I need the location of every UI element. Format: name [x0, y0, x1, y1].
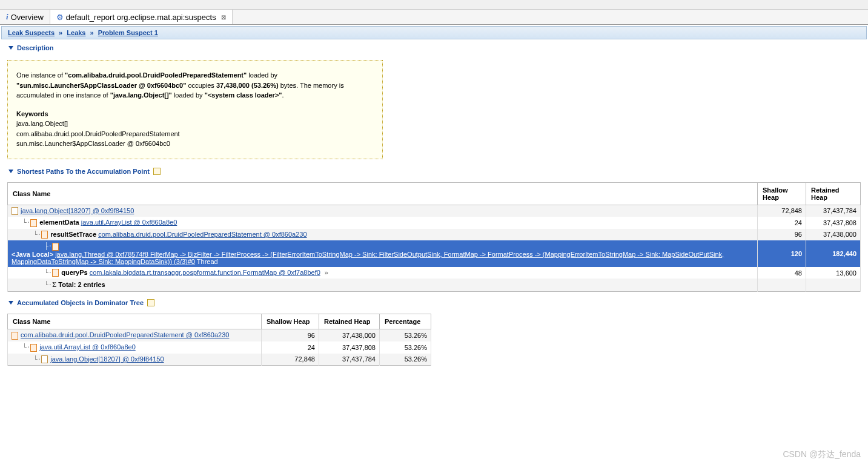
cell-percentage: 53.26%: [380, 354, 431, 366]
cell-retained: 182,440: [806, 240, 861, 267]
col-shallow-heap: Shallow Heap: [758, 182, 806, 205]
object-link[interactable]: com.alibaba.druid.pool.DruidPooledPrepar…: [21, 331, 229, 338]
cell-shallow: 96: [758, 229, 806, 241]
table-row[interactable]: └·elementData java.util.ArrayList @ 0xf8…: [8, 217, 861, 229]
cell-shallow: 120: [758, 240, 806, 267]
disclosure-icon[interactable]: [8, 301, 13, 305]
col-shallow-heap: Shallow Heap: [262, 314, 319, 329]
table-header-row: Class Name Shallow Heap Retained Heap Pe…: [8, 314, 431, 329]
table-header-row: Class Name Shallow Heap Retained Heap: [8, 182, 861, 205]
tree-connector-icon: └·: [22, 343, 30, 351]
file-icon: [30, 344, 37, 352]
tree-connector-icon: └·: [33, 231, 41, 239]
object-link[interactable]: java.lang.Object[18207] @ 0xf9f84150: [50, 355, 164, 363]
file-icon: [12, 332, 18, 340]
breadcrumb: Leak Suspects » Leaks » Problem Suspect …: [1, 26, 867, 39]
table-row[interactable]: java.lang.Object[18207] @ 0xf9f84150 72,…: [8, 205, 861, 217]
field-name: <Java Local>: [12, 251, 55, 258]
thread-suffix: Thread: [195, 258, 218, 265]
tab-report[interactable]: ⚙ default_report org.eclipse.mat.api:sus…: [50, 10, 233, 24]
cell-shallow: 24: [262, 341, 319, 354]
file-icon: [52, 243, 59, 251]
cell-retained: 37,438,000: [806, 229, 861, 241]
keyword-line: sun.misc.Launcher$AppClassLoader @ 0xf66…: [16, 139, 374, 149]
breadcrumb-link-leaks[interactable]: Leaks: [67, 29, 85, 36]
breadcrumb-link-problem[interactable]: Problem Suspect 1: [98, 29, 158, 36]
cell-shallow: 48: [758, 267, 806, 279]
col-percentage: Percentage: [380, 314, 431, 329]
tab-overview[interactable]: i Overview: [0, 10, 50, 24]
col-retained-heap: Retained Heap: [806, 182, 861, 205]
file-icon: [30, 219, 37, 227]
action-icon[interactable]: [147, 299, 154, 306]
sigma-icon: Σ: [52, 280, 56, 289]
section-header-dominator-tree: Accumulated Objects in Dominator Tree: [0, 295, 868, 310]
field-name: queryPs: [61, 269, 89, 276]
cell-shallow: 72,848: [262, 354, 319, 366]
cell-retained: 37,437,784: [806, 205, 861, 217]
table-row-total: └·Σ Total: 2 entries: [8, 279, 861, 292]
section-header-shortest-paths: Shortest Paths To the Accumulation Point: [0, 164, 868, 179]
info-icon: i: [6, 12, 8, 22]
tree-connector-icon: └·: [22, 219, 30, 226]
field-name: resultSetTrace: [50, 231, 98, 238]
keyword-line: com.alibaba.druid.pool.DruidPooledPrepar…: [16, 129, 374, 139]
object-link[interactable]: java.lang.Thread @ 0xf78574f8 FilterMap …: [12, 251, 724, 265]
description-box: One instance of "com.alibaba.druid.pool.…: [7, 60, 383, 159]
main-toolbar: [0, 0, 868, 10]
cell-shallow: 72,848: [758, 205, 806, 217]
description-text: One instance of "com.alibaba.druid.pool.…: [16, 70, 374, 101]
cell-retained: 37,437,808: [806, 217, 861, 229]
object-link[interactable]: java.util.ArrayList @ 0xf860a8e0: [39, 343, 136, 351]
section-title: Shortest Paths To the Accumulation Point: [17, 168, 150, 175]
tab-bar: i Overview ⚙ default_report org.eclipse.…: [0, 10, 868, 25]
file-icon: [12, 207, 18, 215]
section-title: Accumulated Objects in Dominator Tree: [17, 299, 144, 306]
tree-connector-icon: └·: [44, 281, 52, 289]
breadcrumb-link-suspects[interactable]: Leak Suspects: [8, 29, 55, 36]
close-icon[interactable]: ⊠: [221, 14, 226, 21]
section-header-description: Description: [0, 41, 868, 55]
action-icon[interactable]: [153, 168, 161, 175]
content-area: Leak Suspects » Leaks » Problem Suspect …: [0, 26, 868, 366]
breadcrumb-sep-icon: »: [59, 29, 62, 36]
cell-shallow: 24: [758, 217, 806, 229]
field-name: elementData: [39, 219, 81, 226]
cell-retained: 13,600: [806, 267, 861, 279]
cell-retained: 37,437,808: [319, 341, 380, 354]
dominator-tree-table: Class Name Shallow Heap Retained Heap Pe…: [7, 314, 431, 366]
disclosure-icon[interactable]: [8, 170, 13, 173]
keywords-block: Keywords java.lang.Object[] com.alibaba.…: [16, 109, 374, 149]
cell-percentage: 53.26%: [380, 329, 431, 341]
cell-retained: 37,438,000: [319, 329, 380, 341]
breadcrumb-sep-icon: »: [90, 29, 94, 36]
cell-percentage: 53.26%: [380, 341, 431, 354]
cell-shallow: 96: [262, 329, 319, 341]
table-row[interactable]: └·java.lang.Object[18207] @ 0xf9f84150 7…: [8, 354, 431, 366]
table-row[interactable]: com.alibaba.druid.pool.DruidPooledPrepar…: [8, 329, 431, 341]
gear-icon: ⚙: [56, 13, 64, 22]
tree-connector-icon: └·: [33, 355, 41, 363]
col-retained-heap: Retained Heap: [319, 314, 380, 329]
table-row-selected[interactable]: ├· <Java Local> java.lang.Thread @ 0xf78…: [8, 240, 861, 267]
object-link[interactable]: com.alibaba.druid.pool.DruidPooledPrepar…: [98, 231, 306, 238]
table-row[interactable]: └·java.util.ArrayList @ 0xf860a8e0 24 37…: [8, 341, 431, 354]
keywords-heading: Keywords: [16, 109, 374, 119]
object-link[interactable]: java.lang.Object[18207] @ 0xf9f84150: [21, 207, 134, 214]
table-row[interactable]: └·queryPs com.lakala.bigdata.rt.transagg…: [8, 267, 861, 279]
object-link[interactable]: com.lakala.bigdata.rt.transaggr.pospform…: [90, 269, 320, 276]
total-label: Total: 2 entries: [58, 281, 105, 288]
section-title: Description: [17, 44, 54, 51]
tab-overview-label: Overview: [11, 13, 44, 22]
more-icon[interactable]: »: [323, 269, 328, 276]
object-link[interactable]: java.util.ArrayList @ 0xf860a8e0: [81, 219, 177, 226]
col-class-name: Class Name: [8, 314, 262, 329]
table-row[interactable]: └·resultSetTrace com.alibaba.druid.pool.…: [8, 229, 861, 241]
tree-connector-icon: ├·: [44, 242, 52, 250]
disclosure-icon[interactable]: [8, 46, 13, 50]
shortest-paths-table: Class Name Shallow Heap Retained Heap ja…: [7, 182, 861, 292]
tab-report-label: default_report org.eclipse.mat.api:suspe…: [66, 13, 216, 22]
file-icon: [41, 355, 48, 363]
keyword-line: java.lang.Object[]: [16, 119, 374, 129]
tree-connector-icon: └·: [44, 269, 52, 277]
